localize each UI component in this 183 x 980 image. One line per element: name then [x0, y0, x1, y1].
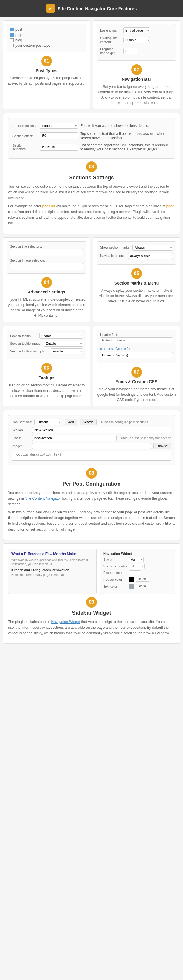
- fonts-desc: Make your navigation bar match any theme…: [97, 387, 176, 402]
- circle-04: 04: [41, 277, 52, 288]
- checkbox-post[interactable]: post: [10, 27, 83, 32]
- sidebar-widget-title: Sidebar Widget: [8, 610, 175, 616]
- mobile-select[interactable]: No: [130, 564, 145, 569]
- show-marks-label: Show section marks:: [100, 245, 130, 250]
- per-post-panel: Post sections: Custom Add Search Allows …: [3, 410, 180, 540]
- sections-settings-title: Sections Settings: [8, 175, 175, 181]
- tooltip-image-select[interactable]: Enable: [44, 340, 83, 347]
- section-tooltip-select[interactable]: Enable: [39, 333, 83, 339]
- post-sections-select[interactable]: Custom: [35, 419, 61, 425]
- circle-05: 05: [131, 268, 142, 279]
- header-color-label: Header color: [103, 578, 127, 581]
- checkbox-custom-icon[interactable]: [10, 44, 14, 48]
- tooltip-desc-label: Section tooltip description:: [10, 350, 48, 353]
- search-section-button[interactable]: Search: [80, 419, 96, 425]
- circle-08: 08: [86, 468, 97, 479]
- fonts-panel: Header font: or choose Google font Defau…: [93, 326, 180, 406]
- image-selectors-label: Section image selectors:: [10, 259, 83, 262]
- sections-settings-example: For example selector post h3 will make t…: [8, 204, 175, 226]
- blog-preview-body: With over 15 years experience and real f…: [11, 558, 93, 566]
- text-color-swatch[interactable]: [129, 584, 134, 589]
- circle-06: 06: [41, 363, 52, 374]
- blog-preview: What a Difference a Few Months Make With…: [8, 549, 96, 594]
- default-font-select[interactable]: Default (Raleway): [100, 352, 173, 358]
- sections-settings-intro: Turn on sections detection, define the d…: [8, 184, 175, 201]
- post-types-panel: post page blog your custom post type 01 …: [3, 20, 90, 109]
- advanced-desc: If your HTML structure is more complex o…: [7, 297, 86, 318]
- tooltips-title: Tooltips: [7, 375, 86, 380]
- section-offset-input[interactable]: [40, 132, 78, 140]
- example-selector1: post h3: [42, 204, 55, 208]
- progress-input[interactable]: [123, 48, 138, 54]
- per-post-intro1: You can customize your sections on parti…: [8, 490, 175, 508]
- add-inline: Add: [35, 510, 42, 514]
- section-marks-desc: Always display your section marks or mak…: [97, 288, 176, 304]
- tooltip-desc-select[interactable]: Enable: [50, 348, 83, 354]
- class-hint: Unique class to identify the section: [121, 436, 171, 440]
- checkbox-page[interactable]: page: [10, 33, 83, 37]
- excerpt-input[interactable]: [129, 570, 141, 575]
- header-color-hex: 000000: [136, 577, 149, 582]
- header-check-icon: ✓: [46, 4, 55, 13]
- checkbox-custom[interactable]: your custom post type: [10, 43, 83, 48]
- circle-07: 07: [131, 367, 142, 377]
- advanced-title: Advanced Settings: [7, 290, 86, 294]
- enable-sections-select[interactable]: Enable: [40, 123, 78, 129]
- image-input[interactable]: [32, 443, 151, 449]
- sidebar-widget-panel: What a Difference a Few Months Make With…: [3, 544, 180, 644]
- nav-bar-panel: Bar ending: End of page Overlap sitecont…: [93, 20, 180, 109]
- text-color-hex: 9da2a6: [136, 584, 149, 589]
- widget-title: Navigation Widget: [103, 552, 172, 555]
- nav-bar-desc: Set your bar to ignore everything after …: [97, 84, 176, 105]
- post-types-title: Post Types: [7, 68, 86, 73]
- nav-bar-title: Navigation Bar: [97, 77, 176, 82]
- checkbox-blog[interactable]: blog: [10, 38, 83, 42]
- sidebar-preview: What a Difference a Few Months Make With…: [8, 549, 175, 594]
- post-sections-label: Post sections:: [12, 420, 32, 424]
- nav-menu-select[interactable]: Always visible: [128, 253, 173, 259]
- nav-widget-link[interactable]: Navigation Widget: [51, 620, 80, 624]
- section-offset-hint: Top section offset that will be taken in…: [79, 130, 172, 142]
- circle-09: 09: [86, 597, 97, 608]
- class-field-label: Class:: [12, 436, 30, 440]
- header-font-label: Header font:: [100, 333, 173, 336]
- search-inline: Search: [50, 510, 62, 514]
- title-selectors-label: Section title selectors:: [10, 245, 83, 248]
- section-selectors-input[interactable]: [40, 144, 78, 151]
- advanced-settings-panel: Section title selectors: Section image s…: [3, 237, 90, 322]
- page-title: Site Content Navigator Core Features: [58, 6, 137, 11]
- section-marks-form: Show section marks: Always Navigation me…: [97, 241, 176, 264]
- site-content-navigator-link[interactable]: Site Content Navigator: [25, 496, 61, 501]
- excerpt-label: Excerpt length: [103, 571, 127, 574]
- checkbox-blog-icon[interactable]: [10, 38, 14, 42]
- tooltip-description-textarea[interactable]: [12, 451, 171, 461]
- bar-ending-select[interactable]: End of page: [123, 27, 150, 33]
- choose-google-link[interactable]: or choose Google font: [100, 347, 173, 350]
- header-font-input[interactable]: [100, 337, 173, 343]
- sticky-select[interactable]: Yes: [129, 557, 144, 562]
- title-selectors-input[interactable]: [10, 249, 83, 256]
- browse-button[interactable]: Browse: [153, 443, 171, 449]
- example-selector2: post: [166, 204, 174, 208]
- image-selectors-input[interactable]: [10, 263, 83, 270]
- checkbox-post-icon[interactable]: [10, 28, 14, 31]
- image-field-label: Image:: [12, 444, 30, 448]
- nav-bar-settings: Bar ending: End of page Overlap sitecont…: [97, 24, 176, 61]
- section-marks-panel: Show section marks: Always Navigation me…: [93, 237, 180, 322]
- section-name-input[interactable]: [32, 427, 171, 433]
- widget-settings: Navigation Widget Sticky Yes Visible on …: [100, 549, 175, 594]
- circle-02: 02: [131, 64, 142, 75]
- add-section-button[interactable]: Add: [65, 419, 77, 425]
- class-input[interactable]: [32, 435, 117, 441]
- checkbox-page-icon[interactable]: [10, 33, 14, 37]
- post-types-checkboxes: post page blog your custom post type: [7, 24, 86, 52]
- header-color-swatch[interactable]: [129, 577, 134, 582]
- progress-label: Progressbar height:: [100, 47, 121, 56]
- circle-01: 01: [41, 56, 52, 67]
- enable-sections-hint: Enable if you want to show sections deta…: [79, 121, 172, 130]
- overlap-select[interactable]: Disable: [123, 37, 150, 43]
- fonts-form: Header font: or choose Google font Defau…: [97, 329, 176, 363]
- per-post-title: Per Post Configuration: [8, 481, 175, 487]
- page-header: ✓ Site Content Navigator Core Features: [0, 0, 183, 17]
- show-marks-select[interactable]: Always: [133, 245, 173, 251]
